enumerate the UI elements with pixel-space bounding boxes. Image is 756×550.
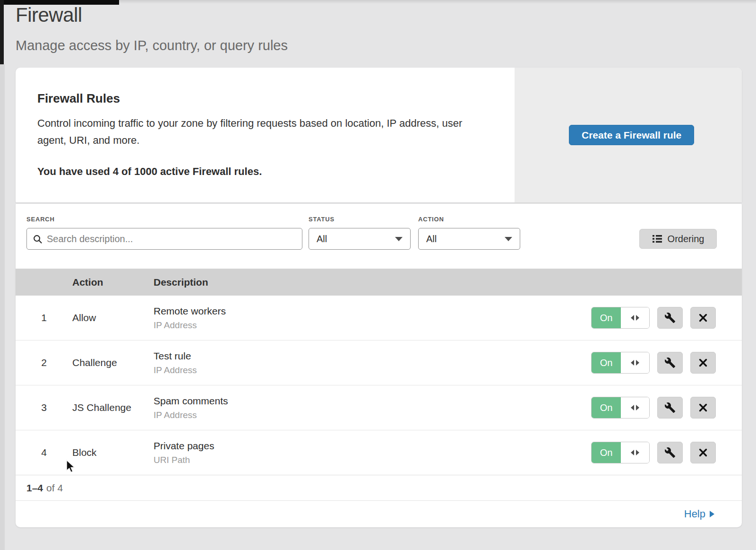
ordering-button-label: Ordering bbox=[668, 234, 704, 244]
ordering-list-icon bbox=[652, 234, 662, 244]
pagination-range: 1–4 bbox=[26, 482, 43, 494]
wrench-icon bbox=[664, 402, 676, 413]
caret-down-icon bbox=[395, 237, 403, 241]
firewall-rules-list-card: SEARCH STATUS All ACTION All Ordering Ac… bbox=[16, 204, 742, 527]
page-title: Firewall bbox=[16, 4, 82, 26]
create-rule-panel: Create a Firewall rule bbox=[515, 68, 742, 202]
toggle-arrows-icon bbox=[621, 442, 649, 463]
search-box bbox=[26, 228, 302, 250]
rule-action: Block bbox=[72, 447, 154, 458]
rule-priority: 3 bbox=[16, 402, 72, 413]
edit-rule-button[interactable] bbox=[657, 352, 683, 374]
rule-controls: On bbox=[591, 397, 716, 419]
edit-rule-button[interactable] bbox=[657, 397, 683, 419]
rule-enabled-toggle[interactable]: On bbox=[591, 442, 650, 463]
search-icon bbox=[33, 234, 43, 244]
rules-table-body: 1 Allow Remote workers IP Address On bbox=[16, 296, 742, 475]
wrench-icon bbox=[664, 312, 676, 323]
delete-rule-button[interactable] bbox=[690, 442, 716, 463]
pagination-total: of 4 bbox=[46, 482, 63, 494]
help-link[interactable]: Help bbox=[684, 508, 714, 520]
delete-rule-button[interactable] bbox=[690, 397, 716, 419]
action-select-value: All bbox=[426, 234, 505, 244]
rule-enabled-toggle[interactable]: On bbox=[591, 307, 650, 329]
table-row: 2 Challenge Test rule IP Address On bbox=[16, 340, 742, 385]
toggle-arrows-icon bbox=[621, 307, 649, 328]
action-label: ACTION bbox=[418, 216, 444, 223]
close-icon bbox=[698, 402, 708, 413]
toggle-arrows-icon bbox=[621, 397, 649, 418]
action-select[interactable]: All bbox=[418, 228, 520, 250]
pagination: 1–4 of 4 bbox=[26, 475, 63, 500]
toggle-arrows-icon bbox=[621, 352, 649, 373]
rule-priority: 4 bbox=[16, 447, 72, 458]
create-firewall-rule-button[interactable]: Create a Firewall rule bbox=[569, 125, 694, 145]
caret-down-icon bbox=[505, 237, 512, 241]
toggle-on-label: On bbox=[592, 352, 621, 373]
table-header: Action Description bbox=[16, 269, 742, 296]
wrench-icon bbox=[664, 357, 676, 368]
edit-rule-button[interactable] bbox=[657, 442, 683, 463]
status-label: STATUS bbox=[309, 216, 335, 223]
rule-enabled-toggle[interactable]: On bbox=[591, 397, 650, 419]
help-arrow-icon bbox=[710, 511, 714, 517]
delete-rule-button[interactable] bbox=[690, 307, 716, 329]
rule-action: Challenge bbox=[72, 357, 154, 368]
rule-controls: On bbox=[591, 352, 716, 374]
rule-controls: On bbox=[591, 307, 716, 329]
rule-action: Allow bbox=[72, 312, 154, 323]
status-select-value: All bbox=[317, 234, 395, 244]
edit-rule-button[interactable] bbox=[657, 307, 683, 329]
table-row: 4 Block Private pages URI Path On bbox=[16, 430, 742, 475]
status-select[interactable]: All bbox=[309, 228, 411, 250]
column-header-description: Description bbox=[154, 277, 742, 288]
search-label: SEARCH bbox=[26, 216, 55, 223]
close-icon bbox=[698, 447, 708, 458]
card-footer: Help bbox=[16, 500, 742, 527]
close-icon bbox=[698, 358, 708, 368]
card-description: Control incoming traffic to your zone by… bbox=[37, 115, 484, 149]
toggle-on-label: On bbox=[592, 397, 621, 418]
help-link-label: Help bbox=[684, 508, 705, 520]
column-header-action: Action bbox=[72, 277, 154, 288]
rule-enabled-toggle[interactable]: On bbox=[591, 352, 650, 374]
ordering-button[interactable]: Ordering bbox=[639, 229, 717, 249]
rule-priority: 1 bbox=[16, 312, 72, 323]
page-subtitle: Manage access by IP, country, or query r… bbox=[16, 38, 288, 53]
toggle-on-label: On bbox=[592, 442, 621, 463]
delete-rule-button[interactable] bbox=[690, 352, 716, 374]
rule-controls: On bbox=[591, 442, 716, 463]
screen-edge-artifact-left bbox=[0, 0, 4, 64]
rule-priority: 2 bbox=[16, 357, 72, 368]
screen-edge-shade bbox=[0, 64, 5, 550]
table-row: 3 JS Challenge Spam comments IP Address … bbox=[16, 385, 742, 430]
toggle-on-label: On bbox=[592, 307, 621, 328]
wrench-icon bbox=[664, 447, 676, 458]
card-heading: Firewall Rules bbox=[37, 91, 120, 106]
search-input[interactable] bbox=[47, 234, 296, 244]
close-icon bbox=[698, 313, 708, 323]
firewall-rules-overview-card: Create a Firewall rule Firewall Rules Co… bbox=[16, 68, 742, 202]
table-row: 1 Allow Remote workers IP Address On bbox=[16, 296, 742, 340]
usage-note: You have used 4 of 1000 active Firewall … bbox=[37, 166, 262, 178]
rule-action: JS Challenge bbox=[72, 402, 154, 413]
